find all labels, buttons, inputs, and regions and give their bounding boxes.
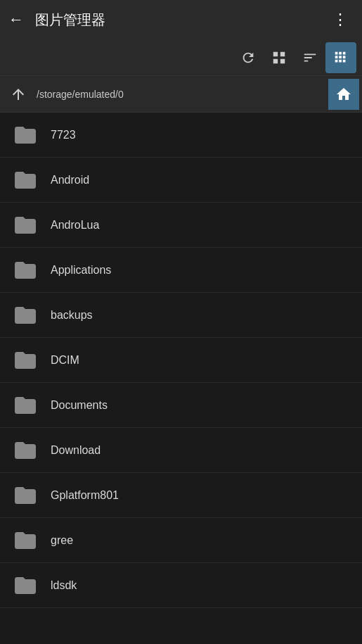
file-name-label: 7723 — [51, 129, 76, 141]
folder-icon — [11, 436, 39, 465]
list-item[interactable]: 7723 — [0, 113, 362, 158]
app-bar: ← 图片管理器 ⋮ — [0, 0, 362, 39]
folder-icon — [11, 121, 39, 149]
list-item[interactable]: Applications — [0, 248, 362, 293]
folder-icon — [11, 211, 39, 239]
home-icon — [335, 86, 352, 103]
grid-view-icon — [271, 50, 287, 65]
file-name-label: Documents — [51, 399, 108, 412]
folder-icon — [11, 572, 39, 600]
list-item[interactable]: Download — [0, 428, 362, 473]
path-bar: /storage/emulated/0 — [0, 76, 362, 113]
file-list: 7723AndroidAndroLuaApplicationsbackupsDC… — [0, 113, 362, 644]
back-button[interactable]: ← — [8, 11, 24, 29]
app-title: 图片管理器 — [35, 11, 105, 30]
refresh-button[interactable] — [233, 42, 264, 73]
grid-active-button[interactable] — [325, 42, 356, 73]
list-item[interactable]: Gplatform801 — [0, 473, 362, 518]
folder-icon — [11, 346, 39, 374]
file-name-label: Android — [51, 174, 89, 187]
list-item[interactable]: Android — [0, 158, 362, 203]
grid-active-icon — [333, 50, 349, 65]
path-up-button[interactable] — [3, 79, 34, 110]
file-name-label: AndroLua — [51, 219, 99, 232]
folder-icon — [11, 301, 39, 329]
folder-icon — [11, 256, 39, 284]
file-name-label: Applications — [51, 264, 111, 277]
folder-icon — [11, 481, 39, 510]
list-item[interactable]: AndroLua — [0, 203, 362, 248]
list-item[interactable]: backups — [0, 293, 362, 338]
list-item[interactable]: DCIM — [0, 338, 362, 383]
sort-icon — [302, 50, 318, 65]
up-arrow-icon — [10, 86, 27, 103]
file-name-label: Download — [51, 444, 101, 457]
file-name-label: ldsdk — [51, 579, 77, 592]
app-bar-left: ← 图片管理器 — [8, 11, 105, 30]
list-item[interactable]: gree — [0, 518, 362, 563]
list-item[interactable]: Documents — [0, 383, 362, 428]
file-name-label: backups — [51, 309, 93, 322]
refresh-icon — [240, 50, 256, 65]
more-options-button[interactable]: ⋮ — [327, 5, 354, 34]
list-item[interactable]: ldsdk — [0, 563, 362, 608]
folder-icon — [11, 166, 39, 194]
grid-view-button[interactable] — [264, 42, 295, 73]
home-button[interactable] — [328, 79, 359, 110]
folder-icon — [11, 526, 39, 555]
folder-icon — [11, 391, 39, 419]
file-name-label: DCIM — [51, 354, 79, 367]
file-name-label: gree — [51, 534, 73, 547]
toolbar — [0, 39, 362, 76]
sort-button[interactable] — [295, 42, 325, 73]
current-path: /storage/emulated/0 — [37, 89, 325, 100]
file-name-label: Gplatform801 — [51, 489, 119, 502]
